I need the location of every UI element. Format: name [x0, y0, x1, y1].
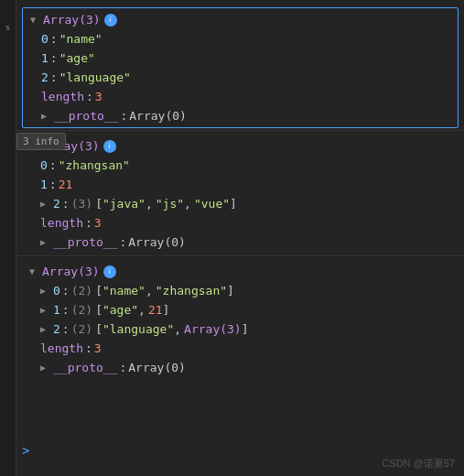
block1-val-2: "language"	[59, 69, 131, 86]
block1-item-0: 0 : "name"	[23, 29, 458, 49]
sidebar-line-2: s	[0, 18, 16, 37]
block1-key-2: 2	[41, 69, 49, 86]
block1-proto-val: Array(0)	[129, 107, 187, 124]
block2-header: Array(3) i	[22, 136, 459, 156]
block2-proto-toggle[interactable]	[40, 233, 53, 251]
block3-val-1-b: 21	[148, 301, 163, 319]
array-block-1: Array(3) i 0 : "name" 1 : "age" 2 : "lan…	[22, 7, 459, 128]
block3-val-1-count: (2)	[71, 301, 92, 319]
block3-proto: __proto__ : Array(0)	[22, 358, 459, 377]
block2-val-1: 21	[59, 176, 73, 193]
block2-key-2: 2	[53, 195, 60, 212]
block2-proto: __proto__ : Array(0)	[22, 233, 459, 252]
console-prompt[interactable]: >	[22, 443, 29, 458]
block2-item-1: 1 : 21	[22, 175, 459, 194]
block2-item2-toggle[interactable]	[40, 195, 53, 212]
block1-info-icon[interactable]: i	[104, 14, 117, 27]
block2-key-1: 1	[40, 176, 48, 193]
sidebar: s	[0, 0, 16, 476]
block2-val-2-count: (3)	[71, 195, 92, 212]
block1-proto-toggle[interactable]	[41, 107, 54, 124]
block3-val-2-b: Array(3)	[184, 320, 242, 338]
block3-val-0-a: "name"	[103, 282, 146, 299]
divider-1	[16, 130, 464, 131]
block3-val-0-count: (2)	[71, 282, 92, 299]
block1-toggle[interactable]	[30, 11, 43, 28]
block3-proto-toggle[interactable]	[40, 359, 53, 376]
block3-item-2: 2 : (2) [ "language" , Array(3) ]	[22, 319, 459, 339]
block2-val-2-vue: "vue"	[194, 195, 230, 212]
block3-item-1: 1 : (2) [ "age" , 21 ]	[22, 300, 459, 319]
block3-key-2: 2	[53, 320, 60, 338]
watermark: CSDN @诺夏57	[382, 457, 455, 471]
block1-length-key: length	[41, 88, 84, 105]
block3-proto-val: Array(0)	[128, 359, 186, 376]
block2-val-2-java: "java"	[103, 195, 146, 212]
block2-key-0: 0	[40, 157, 48, 174]
block1-val-1: "age"	[59, 49, 95, 67]
block3-item1-toggle[interactable]	[40, 301, 53, 319]
block1-length: length : 3	[23, 87, 458, 106]
block3-val-2-a: "language"	[103, 320, 174, 338]
block2-length: length : 3	[22, 213, 459, 233]
block2-length-key: length	[40, 214, 83, 232]
block1-header: Array(3) i	[23, 10, 458, 29]
info-badge: 3 info	[16, 133, 66, 150]
block2-val-2-js: "js"	[156, 195, 184, 212]
array-block-3: Array(3) i 0 : (2) [ "name" , "zhangsan"…	[22, 258, 459, 379]
block3-length-key: length	[40, 340, 83, 357]
block3-header: Array(3) i	[22, 262, 459, 281]
block1-proto-key: __proto__	[54, 107, 118, 124]
block1-item-1: 1 : "age"	[23, 49, 458, 68]
block3-length-val: 3	[94, 340, 102, 357]
main-content: Array(3) i 0 : "name" 1 : "age" 2 : "lan…	[16, 0, 464, 476]
block2-item-0: 0 : "zhangsan"	[22, 156, 459, 175]
block2-val-0: "zhangsan"	[59, 157, 130, 174]
block1-item-2: 2 : "language"	[23, 68, 458, 87]
block3-item2-toggle[interactable]	[40, 320, 53, 338]
block1-type: Array(3)	[43, 11, 101, 28]
block2-item-2: 2 : (3) [ "java" , "js" , "vue" ]	[22, 194, 459, 213]
array-block-2: Array(3) i 0 : "zhangsan" 1 : 21 2 : (3)…	[22, 133, 459, 254]
console-panel: s Array(3) i 0 : "name" 1 : "age" 2	[0, 0, 464, 476]
block1-key-0: 0	[41, 30, 49, 48]
block1-length-val: 3	[95, 88, 103, 105]
divider-2	[16, 255, 464, 256]
block2-info-icon[interactable]: i	[103, 140, 116, 153]
block2-proto-val: Array(0)	[128, 233, 186, 251]
block3-toggle[interactable]	[29, 263, 42, 280]
block3-proto-key: __proto__	[53, 359, 117, 376]
block3-key-1: 1	[53, 301, 60, 319]
block3-val-2-count: (2)	[71, 320, 92, 338]
block3-type: Array(3)	[42, 263, 100, 280]
block1-val-0: "name"	[59, 30, 103, 48]
block2-length-val: 3	[94, 214, 102, 232]
block3-length: length : 3	[22, 339, 459, 358]
block1-key-1: 1	[41, 49, 49, 67]
block3-info-icon[interactable]: i	[103, 265, 116, 278]
sidebar-line-1	[0, 0, 16, 18]
block3-item-0: 0 : (2) [ "name" , "zhangsan" ]	[22, 281, 459, 300]
block3-key-0: 0	[53, 282, 60, 299]
block3-val-0-b: "zhangsan"	[156, 282, 227, 299]
block3-val-1-a: "age"	[103, 301, 138, 319]
block2-proto-key: __proto__	[53, 233, 117, 251]
block3-item0-toggle[interactable]	[40, 282, 53, 299]
block1-proto: __proto__ : Array(0)	[23, 106, 458, 125]
